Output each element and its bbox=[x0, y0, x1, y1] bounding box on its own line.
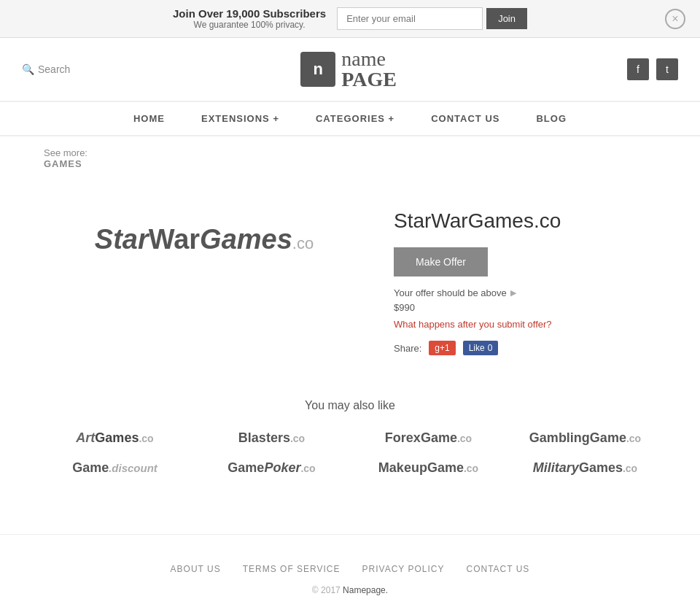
domain-info: StarWarGames.co Make Offer Your offer sh… bbox=[394, 195, 656, 355]
breadcrumb-see-more: See more: bbox=[44, 147, 88, 158]
nav-item-contact[interactable]: CONTACT US bbox=[413, 102, 518, 135]
breadcrumb: See more: GAMES bbox=[0, 136, 700, 180]
gplus-button[interactable]: g+1 bbox=[429, 341, 455, 355]
search-icon: 🔍 bbox=[22, 63, 34, 75]
logo-text-bottom: PAGE bbox=[341, 69, 397, 90]
offer-info-text: Your offer should be above bbox=[394, 287, 507, 298]
close-button[interactable]: × bbox=[665, 9, 685, 29]
list-item[interactable]: GamePoker.co bbox=[201, 460, 343, 476]
offer-link[interactable]: What happens after you submit offer? bbox=[394, 319, 656, 330]
footer-link-about[interactable]: ABOUT US bbox=[171, 564, 221, 574]
offer-info: Your offer should be above ▶ bbox=[394, 287, 656, 298]
list-item[interactable]: MilitaryGames.co bbox=[514, 460, 656, 476]
footer-link-terms[interactable]: TERMS OF SERVICE bbox=[243, 564, 341, 574]
banner-sub-text: We guarantee 100% privacy. bbox=[173, 20, 326, 30]
email-input[interactable] bbox=[337, 7, 483, 30]
breadcrumb-category[interactable]: GAMES bbox=[44, 158, 656, 169]
similar-grid-row2: Game.discount GamePoker.co MakeupGame.co… bbox=[44, 460, 656, 476]
similar-section: You may also like ArtGames.co Blasters.c… bbox=[0, 384, 700, 519]
domain-showcase: StarWarGames.co StarWarGames.co Make Off… bbox=[44, 195, 656, 355]
top-banner: Join Over 19,000 Subscribers We guarante… bbox=[0, 0, 700, 38]
list-item[interactable]: Game.discount bbox=[44, 460, 186, 476]
search-label: Search bbox=[38, 63, 70, 75]
logo-icon: n bbox=[300, 52, 335, 87]
footer-copyright: © 2017 Namepage. bbox=[44, 585, 656, 595]
footer-links: ABOUT US TERMS OF SERVICE PRIVACY POLICY… bbox=[44, 564, 656, 574]
nav-item-categories[interactable]: CATEGORIES + bbox=[298, 102, 413, 135]
banner-text: Join Over 19,000 Subscribers We guarante… bbox=[173, 7, 326, 30]
logo: n name PAGE bbox=[300, 49, 397, 90]
facebook-icon[interactable]: f bbox=[627, 58, 649, 80]
similar-grid-row1: ArtGames.co Blasters.co ForexGame.co Gam… bbox=[44, 430, 656, 446]
domain-logo-text: StarWarGames bbox=[95, 224, 292, 255]
logo-text-top: name bbox=[341, 49, 397, 69]
logo-letter: n bbox=[314, 60, 323, 79]
nav-item-home[interactable]: HOME bbox=[115, 102, 183, 135]
nav-item-blog[interactable]: BLOG bbox=[518, 102, 585, 135]
logo-text: name PAGE bbox=[341, 49, 397, 90]
fb-like-label: Like bbox=[469, 343, 485, 353]
footer-link-privacy[interactable]: PRIVACY POLICY bbox=[362, 564, 445, 574]
list-item[interactable]: Blasters.co bbox=[201, 430, 343, 446]
share-row: Share: g+1 Like 0 bbox=[394, 341, 656, 355]
similar-logo: GamePoker.co bbox=[228, 460, 315, 475]
list-item[interactable]: ForexGame.co bbox=[357, 430, 499, 446]
copyright-year: © 2017 bbox=[312, 585, 341, 595]
social-icons: f t bbox=[627, 58, 678, 80]
similar-logo: Blasters.co bbox=[238, 430, 305, 445]
footer: ABOUT US TERMS OF SERVICE PRIVACY POLICY… bbox=[0, 549, 700, 610]
similar-logo: ArtGames.co bbox=[76, 430, 153, 445]
nav: HOME EXTENSIONS + CATEGORIES + CONTACT U… bbox=[0, 101, 700, 136]
arrow-icon: ▶ bbox=[510, 288, 516, 298]
domain-title: StarWarGames.co bbox=[394, 209, 656, 233]
footer-link-contact[interactable]: CONTACT US bbox=[466, 564, 529, 574]
make-offer-button[interactable]: Make Offer bbox=[394, 247, 488, 276]
similar-logo: ForexGame.co bbox=[385, 430, 472, 445]
similar-title: You may also like bbox=[44, 399, 656, 412]
join-button[interactable]: Join bbox=[486, 8, 527, 29]
domain-logo-area: StarWarGames.co bbox=[44, 195, 365, 285]
twitter-icon[interactable]: t bbox=[656, 58, 678, 80]
header: 🔍 Search n name PAGE f t bbox=[0, 38, 700, 101]
domain-logo-img: StarWarGames.co bbox=[95, 224, 314, 255]
list-item[interactable]: GamblingGame.co bbox=[514, 430, 656, 446]
search-area[interactable]: 🔍 Search bbox=[22, 63, 70, 75]
share-label: Share: bbox=[394, 343, 421, 354]
fb-count: 0 bbox=[488, 343, 493, 353]
similar-logo: Game.discount bbox=[72, 460, 158, 475]
nav-item-extensions[interactable]: EXTENSIONS + bbox=[183, 102, 298, 135]
footer-brand[interactable]: Namepage. bbox=[343, 585, 388, 595]
offer-amount: $990 bbox=[394, 302, 656, 313]
similar-logo: MilitaryGames.co bbox=[533, 460, 637, 475]
similar-logo: GamblingGame.co bbox=[529, 430, 641, 445]
list-item[interactable]: MakeupGame.co bbox=[357, 460, 499, 476]
footer-divider bbox=[0, 534, 700, 535]
similar-logo: MakeupGame.co bbox=[378, 460, 478, 475]
list-item[interactable]: ArtGames.co bbox=[44, 430, 186, 446]
banner-main-text: Join Over 19,000 Subscribers bbox=[173, 7, 326, 20]
logo-area[interactable]: n name PAGE bbox=[300, 49, 397, 90]
fb-like-button[interactable]: Like 0 bbox=[463, 341, 499, 355]
main-content: StarWarGames.co StarWarGames.co Make Off… bbox=[0, 180, 700, 384]
